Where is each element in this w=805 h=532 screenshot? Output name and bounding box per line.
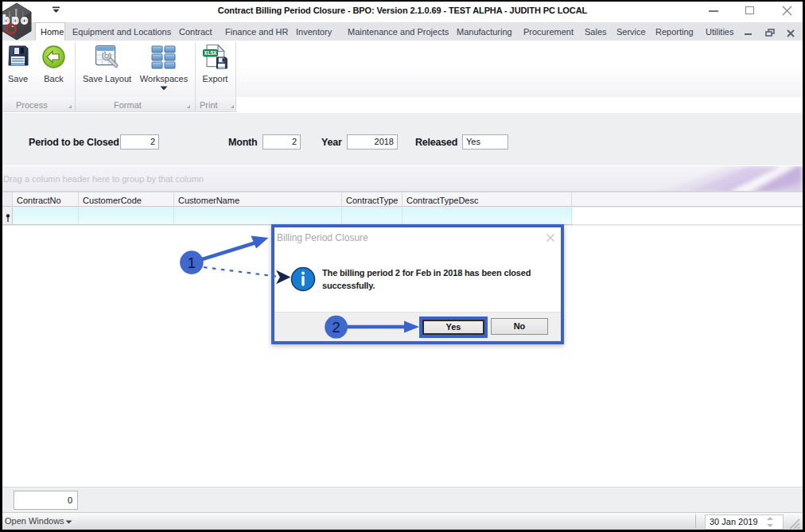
svg-text:2: 2	[332, 319, 340, 336]
svg-text:1: 1	[188, 254, 196, 271]
svg-text:bpo: bpo	[2, 14, 30, 26]
